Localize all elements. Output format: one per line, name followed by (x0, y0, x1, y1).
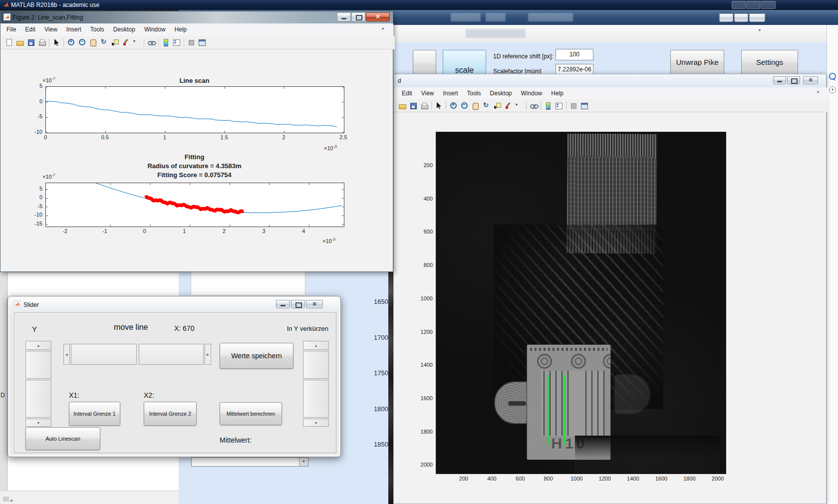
open-folder-icon[interactable] (14, 37, 25, 48)
move-line-left-arrow[interactable]: ◄ (63, 344, 70, 365)
measurement-line[interactable] (548, 375, 549, 445)
hide-plot-tools-icon[interactable] (568, 100, 579, 111)
main-close-button[interactable] (761, 1, 776, 9)
show-plot-tools-icon[interactable] (197, 37, 208, 48)
main-minimize-button[interactable] (732, 1, 746, 9)
shorten-scroll-track[interactable] (303, 380, 329, 418)
menu-item-edit[interactable]: Edit (20, 23, 40, 35)
zoom-out-icon[interactable] (459, 100, 470, 111)
data-cursor-icon[interactable] (109, 37, 120, 48)
pan-hand-icon[interactable] (470, 100, 481, 111)
fitting-axes[interactable] (45, 183, 344, 227)
brush-icon[interactable] (120, 37, 131, 48)
brush-dropdown-icon[interactable] (514, 100, 525, 111)
measurement-line[interactable] (564, 375, 565, 445)
dropdown-arrow-icon[interactable]: ▼ (299, 458, 308, 466)
menu-item-insert[interactable]: Insert (438, 87, 462, 99)
menu-item-tools[interactable]: Tools (86, 23, 109, 35)
interval-limit1-button[interactable]: Interval Grenze 1 (69, 402, 120, 426)
figure2-maximize-button[interactable] (351, 12, 365, 21)
zoom-out-icon (78, 38, 86, 46)
link-plots-icon[interactable] (528, 100, 539, 111)
menu-item-help[interactable]: Help (170, 23, 192, 35)
show-plot-tools-icon[interactable] (579, 100, 590, 111)
figure2-minimize-button[interactable] (337, 12, 351, 21)
y-scroll-thumb[interactable] (25, 351, 51, 379)
legend-icon[interactable] (171, 37, 182, 48)
rotate-3d-icon (100, 38, 108, 46)
rotate-3d-icon[interactable] (481, 100, 492, 111)
print-icon[interactable] (36, 37, 47, 48)
resize-grip-icon[interactable] (3, 495, 14, 504)
save-icon[interactable] (408, 100, 419, 111)
y-scroll-track[interactable] (25, 380, 51, 418)
print-icon[interactable] (419, 100, 430, 111)
pointer-icon[interactable] (433, 100, 444, 111)
pan-hand-icon[interactable] (87, 37, 98, 48)
menu-item-help[interactable]: Help (547, 87, 568, 99)
expand-panel-icon[interactable]: ▼ (829, 86, 836, 93)
menu-item-edit[interactable]: Edit (397, 87, 417, 99)
brush-dropdown-icon[interactable] (131, 37, 142, 48)
menu-item-view[interactable]: View (417, 87, 439, 99)
rotate-3d-icon[interactable] (98, 37, 109, 48)
hidden-partial-button[interactable] (413, 50, 436, 77)
menu-item-window[interactable]: Window (140, 23, 170, 35)
auto-linescan-button[interactable]: Auto Linescan (25, 427, 100, 450)
calc-mean-button[interactable]: Mittelwert berechnen (220, 402, 282, 425)
legend-icon[interactable] (554, 100, 564, 111)
shorten-scroll-thumb[interactable] (303, 351, 329, 379)
zoom-out-icon[interactable] (76, 37, 87, 48)
menu-item-tools[interactable]: Tools (463, 87, 486, 99)
menu-item-view[interactable]: View (40, 23, 62, 35)
slider-maximize-button[interactable] (291, 300, 305, 308)
figure2-close-button[interactable] (366, 12, 390, 21)
linescan-axes[interactable] (45, 86, 344, 133)
zoom-in-icon[interactable] (65, 37, 76, 48)
colorbar-icon[interactable] (160, 37, 171, 48)
slider-minimize-button[interactable] (276, 300, 290, 308)
move-line-thumb[interactable] (71, 344, 137, 365)
y-scroll-up-button[interactable]: ▲ (25, 341, 51, 350)
menu-item-desktop[interactable]: Desktop (486, 87, 517, 99)
new-document-icon[interactable] (3, 37, 14, 48)
interval-limit2-button[interactable]: Interval Grenze 2 (144, 402, 197, 426)
menu-overflow-chevron-icon[interactable]: ▾ (817, 90, 819, 94)
gui-minimize-button[interactable] (719, 13, 733, 22)
gui-close-button[interactable] (749, 13, 765, 22)
menu-item-window[interactable]: Window (517, 87, 547, 99)
gui-dropdown[interactable]: ▼ (191, 457, 308, 467)
gui-strip-chevron-icon[interactable]: ▾ (759, 28, 761, 32)
shorten-scroll-down-button[interactable]: ▼ (303, 419, 329, 427)
zoom-in-icon[interactable] (448, 100, 459, 111)
menu-item-file[interactable]: File (2, 23, 20, 35)
hide-plot-tools-icon[interactable] (186, 37, 197, 48)
interferogram-image[interactable]: H10 (436, 132, 726, 474)
scale-button[interactable]: scale (443, 50, 486, 77)
shorten-scroll-up-button[interactable]: ▲ (303, 341, 329, 350)
brush-icon[interactable] (503, 100, 514, 111)
save-values-button[interactable]: Werte speichern (220, 343, 293, 369)
menu-item-desktop[interactable]: Desktop (109, 23, 140, 35)
menu-item-insert[interactable]: Insert (62, 23, 86, 35)
colorbar-icon[interactable] (543, 100, 554, 111)
pointer-icon[interactable] (51, 37, 62, 48)
save-icon[interactable] (25, 37, 36, 48)
slider-close-button[interactable] (306, 300, 323, 308)
unwrap-pike-button[interactable]: Unwrap Pike (670, 50, 724, 74)
settings-button[interactable]: Settings (741, 50, 798, 74)
main-maximize-button[interactable] (746, 1, 760, 9)
link-plots-icon[interactable] (146, 37, 157, 48)
right-figure-maximize-button[interactable] (787, 76, 800, 84)
right-figure-minimize-button[interactable] (773, 76, 786, 84)
gui-maximize-button[interactable] (734, 13, 748, 22)
data-cursor-icon[interactable] (492, 100, 503, 111)
open-folder-icon[interactable] (397, 100, 408, 111)
right-figure-close-button[interactable] (803, 76, 818, 84)
ref-shift-input[interactable]: 100 (556, 49, 593, 60)
y-scroll-down-button[interactable]: ▼ (25, 419, 51, 427)
move-line-right-arrow[interactable]: ► (205, 344, 211, 365)
left-gray-strip (0, 272, 7, 504)
menu-overflow-chevron-icon[interactable]: ▾ (382, 26, 384, 31)
move-line-track[interactable] (139, 344, 204, 365)
